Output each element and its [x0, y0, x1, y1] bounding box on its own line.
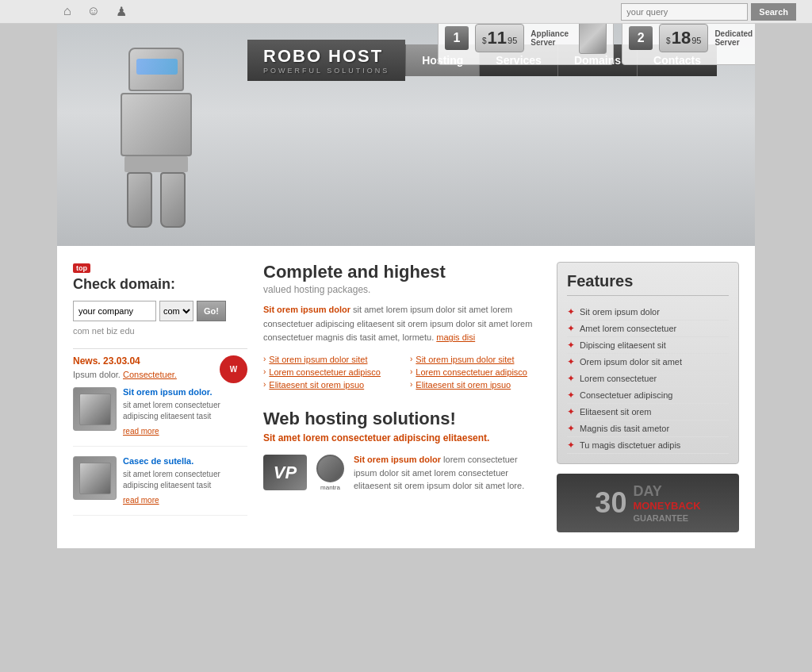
news-thumb-inner-1	[79, 394, 111, 425]
feature-star-0: ✦	[567, 306, 575, 317]
brand-sub: POWERFUL SOLUTIONS	[263, 67, 389, 75]
left-column: top Check domain: com net biz edu Go! co…	[73, 262, 247, 532]
news-title: W News. 23.03.04	[73, 355, 247, 367]
dedicated-price-main: 18	[672, 28, 691, 48]
home-icon[interactable]: ⌂	[63, 4, 71, 19]
news-thumb-2	[73, 456, 117, 500]
search-button[interactable]: Search	[751, 3, 796, 21]
mantra-logo: mantra	[316, 453, 344, 493]
section-sub: valued hosting packages.	[263, 284, 541, 295]
domain-tlds: com net biz edu	[73, 326, 247, 336]
link-columns: › Sit orem ipsum dolor sitet › Lorem con…	[263, 355, 541, 393]
top-badge: top	[73, 263, 90, 273]
hosting-title: Web hosting solutions!	[263, 409, 541, 429]
news-sub2-link[interactable]: Consectetuer.	[123, 370, 177, 379]
search-input[interactable]	[621, 3, 748, 21]
arrow-icon-2-2: ›	[410, 367, 412, 376]
nav-area: ROBO HOST POWERFUL SOLUTIONS Hosting Ser…	[247, 40, 755, 81]
top-bar-icons: ⌂ ☺ ♟	[63, 4, 127, 19]
news-section: W News. 23.03.04 Ipsum dolor. Consectetu…	[73, 348, 247, 516]
guarantee-label: GUARANTEE	[633, 513, 700, 523]
link-2-1[interactable]: Sit orem ipsum dolor sitet	[416, 355, 514, 364]
news-item-1: Sit orem ipsum dolor. sit amet lorem con…	[73, 387, 247, 447]
news-item-2-readmore[interactable]: read more	[123, 496, 159, 505]
partner-desc: Sit orem ipsum dolor lorem consectetuer …	[354, 453, 541, 493]
dedicated-price-badge: $ 18 95	[659, 24, 708, 52]
appliance-label: Appliance Server	[530, 29, 573, 47]
arrow-icon-2-3: ›	[410, 380, 412, 389]
feature-label-4: Lorem consectetuer	[580, 374, 657, 383]
appliance-server-icon	[579, 24, 607, 58]
group-icon[interactable]: ♟	[116, 4, 127, 19]
robot-leg-left	[127, 172, 152, 228]
feature-label-6: Elitaesent sit orem	[580, 407, 651, 417]
news-item-2: Casec de sutella. sit amet lorem consect…	[73, 456, 247, 516]
feature-star-6: ✦	[567, 406, 575, 417]
user-icon[interactable]: ☺	[87, 4, 100, 19]
robot-legs	[97, 172, 216, 228]
news-item-1-title: Sit orem ipsum dolor.	[123, 387, 247, 397]
dedicated-card-bottom: 2 $ 18 95 Dedicated Server	[629, 24, 755, 58]
features-box: Features ✦ Sit orem ipsum dolor ✦ Amet l…	[557, 262, 739, 464]
feature-item-3: ✦ Orem ipsum dolor sit amet	[567, 354, 729, 371]
domain-form: com net biz edu Go!	[73, 301, 247, 321]
right-column: Features ✦ Sit orem ipsum dolor ✦ Amet l…	[557, 262, 739, 532]
robot-image	[97, 48, 216, 246]
robot-torso	[121, 93, 192, 156]
domain-select[interactable]: com net biz edu	[159, 301, 193, 321]
partner-logos: VP mantra Sit orem ipsum dolor lorem con…	[263, 453, 541, 493]
feature-item-4: ✦ Lorem consectetuer	[567, 371, 729, 387]
go-button[interactable]: Go!	[197, 301, 226, 321]
partner-desc-highlight: Sit orem ipsum dolor	[354, 455, 441, 464]
news-item-2-text: sit amet lorem consectetuer adipiscing e…	[123, 469, 247, 491]
feature-label-7: Magnis dis tasit ametor	[580, 424, 669, 433]
news-logo: W	[220, 355, 247, 383]
news-item-1-content: Sit orem ipsum dolor. sit amet lorem con…	[123, 387, 247, 436]
link-item-2-2: › Lorem consectetuer adipisco	[410, 367, 541, 377]
server-icon-shape	[579, 24, 607, 54]
top-bar: ⌂ ☺ ♟ Search	[0, 0, 812, 24]
dedicated-price-cents: 95	[691, 36, 701, 45]
link-1-3[interactable]: Elitaesent sit orem ipsuo	[269, 380, 364, 390]
guarantee-number: 30	[595, 489, 626, 517]
guarantee-box: 30 DAY MONEYBACK GUARANTEE	[557, 474, 739, 532]
intro-highlight: Sit orem ipsum dolor	[263, 305, 350, 314]
feature-item-2: ✦ Dipiscing elitaesent sit	[567, 337, 729, 354]
link-1-1[interactable]: Sit orem ipsum dolor sitet	[269, 355, 367, 364]
news-date: 23.03.04	[103, 355, 140, 367]
feature-label-1: Amet lorem consectetuer	[580, 324, 676, 333]
feature-item-8: ✦ Tu magis disctetuer adipis	[567, 437, 729, 454]
link-item-2-3: › Elitaesent sit orem ipsuo	[410, 380, 541, 390]
feature-item-7: ✦ Magnis dis tasit ametor	[567, 420, 729, 437]
link-item-1-3: › Elitaesent sit orem ipsuo	[263, 380, 394, 390]
guarantee-moneyback: MONEYBACK	[633, 500, 700, 513]
appliance-number-badge: 1	[445, 26, 469, 50]
news-thumb-1	[73, 387, 117, 431]
domain-input[interactable]	[73, 301, 156, 321]
arrow-icon-1-2: ›	[263, 367, 266, 376]
dedicated-number-badge: 2	[629, 26, 653, 50]
feature-star-5: ✦	[567, 390, 575, 401]
feature-star-8: ✦	[567, 440, 575, 451]
feature-star-3: ✦	[567, 356, 575, 367]
link-item-2-1: › Sit orem ipsum dolor sitet	[410, 355, 541, 364]
appliance-price-cents: 95	[508, 36, 517, 45]
news-item-1-text: sit amet lorem consectetuer adipiscing e…	[123, 400, 247, 422]
appliance-price-main: 11	[488, 28, 507, 48]
feature-label-2: Dipiscing elitaesent sit	[580, 340, 666, 350]
link-item-1-2: › Lorem consectetuer adipisco	[263, 367, 394, 377]
middle-column: Complete and highest valued hosting pack…	[263, 262, 541, 532]
brand-title: ROBO HOST	[263, 46, 383, 66]
link-2-3[interactable]: Elitaesent sit orem ipsuo	[416, 380, 511, 390]
robot-head	[128, 48, 184, 91]
link-2-2[interactable]: Lorem consectetuer adipisco	[416, 367, 527, 377]
dedicated-server-card: Dedicated Server 5X2.8 Ghz; 140 Gb Stora…	[622, 24, 755, 65]
robot-waist	[124, 156, 188, 172]
news-sub1: Ipsum dolor.	[73, 370, 121, 379]
news-item-2-content: Casec de sutella. sit amet lorem consect…	[123, 456, 247, 505]
news-item-1-readmore[interactable]: read more	[123, 427, 159, 436]
intro-link[interactable]: magis disi	[436, 332, 475, 342]
server-cards: Appliance Server 1GB Ram; 500 Gb Transfe…	[438, 24, 739, 65]
link-1-2[interactable]: Lorem consectetuer adipisco	[269, 367, 381, 377]
features-title: Features	[567, 272, 729, 296]
